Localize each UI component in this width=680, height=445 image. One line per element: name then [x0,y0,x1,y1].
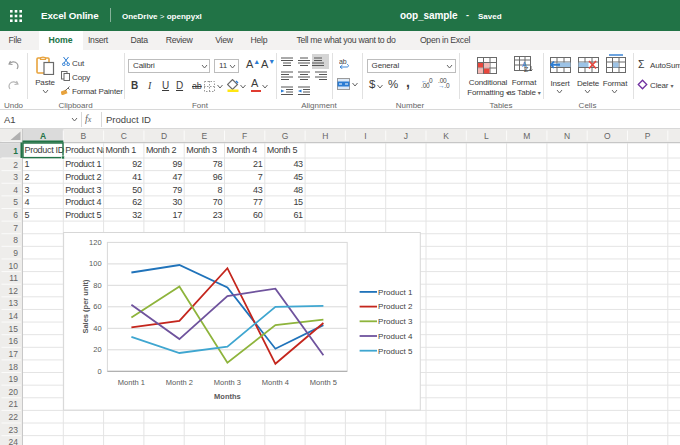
svg-text:5: 5 [25,210,30,220]
svg-text:20: 20 [9,387,19,397]
svg-text:92: 92 [132,159,142,169]
svg-text:22: 22 [9,412,19,422]
svg-text:ab: ab [339,58,347,65]
svg-text:E: E [202,131,208,141]
svg-text:1: 1 [13,146,18,156]
svg-text:Months: Months [214,392,241,401]
svg-text:Product Na: Product Na [65,145,107,155]
svg-text:Month 3: Month 3 [214,378,241,387]
svg-text:Product 3: Product 3 [65,185,101,195]
svg-text:A: A [40,131,46,141]
svg-text:18: 18 [9,362,19,372]
svg-text:20: 20 [93,345,101,354]
svg-text:8: 8 [217,185,222,195]
svg-text:Product ID: Product ID [25,145,65,155]
svg-text:L: L [484,131,489,141]
svg-text:7: 7 [13,223,18,233]
svg-text:99: 99 [172,159,182,169]
svg-text:5: 5 [13,197,18,207]
svg-text:2: 2 [13,160,18,170]
svg-text:Month 5: Month 5 [267,145,298,155]
svg-text:100: 100 [89,259,102,268]
svg-text:7: 7 [258,172,263,182]
svg-text:Product 1: Product 1 [65,159,101,169]
svg-text:K: K [443,131,449,141]
svg-text:77: 77 [253,197,263,207]
svg-text:Month 2: Month 2 [146,145,177,155]
svg-text:Product 5: Product 5 [378,347,413,356]
svg-text:24: 24 [9,437,19,445]
svg-text:1: 1 [25,159,30,169]
svg-text:P: P [645,131,651,141]
svg-text:17: 17 [172,210,182,220]
svg-text:Product 1: Product 1 [378,288,413,297]
svg-text:80: 80 [93,281,101,290]
svg-text:21: 21 [9,399,19,409]
svg-text:15: 15 [9,324,19,334]
svg-text:4: 4 [13,185,18,195]
svg-text:Sales (per unit): Sales (per unit) [81,279,90,334]
svg-text:2: 2 [25,172,30,182]
svg-text:Month 1: Month 1 [106,145,137,155]
svg-text:4: 4 [25,197,30,207]
svg-text:43: 43 [253,185,263,195]
svg-text:8: 8 [13,235,18,245]
svg-text:23: 23 [9,425,19,435]
svg-text:50: 50 [132,185,142,195]
svg-text:Month 4: Month 4 [227,145,258,155]
svg-text:G: G [282,131,289,141]
svg-text:Product 4: Product 4 [65,197,101,207]
svg-text:11: 11 [9,273,18,283]
svg-text:17: 17 [9,349,19,359]
svg-text:30: 30 [172,197,182,207]
svg-text:96: 96 [213,172,223,182]
svg-text:43: 43 [293,159,303,169]
svg-text:O: O [604,131,611,141]
svg-text:C: C [121,131,127,141]
svg-text:40: 40 [93,324,101,333]
svg-text:I: I [364,131,366,141]
svg-text:B: B [81,131,87,141]
svg-text:M: M [523,131,530,141]
svg-text:23: 23 [213,210,223,220]
svg-text:3: 3 [13,172,18,182]
svg-text:70: 70 [213,197,223,207]
svg-text:47: 47 [172,172,182,182]
svg-text:19: 19 [9,374,19,384]
svg-text:41: 41 [132,172,142,182]
svg-text:16: 16 [9,336,19,346]
svg-text:Month 2: Month 2 [166,378,193,387]
svg-text:32: 32 [132,210,142,220]
svg-text:Product 2: Product 2 [65,172,101,182]
svg-text:9: 9 [13,248,18,258]
svg-text:Product 4: Product 4 [378,332,413,341]
svg-text:J: J [404,131,408,141]
svg-text:Product 5: Product 5 [65,210,101,220]
svg-text:Month 5: Month 5 [310,378,337,387]
svg-text:14: 14 [9,311,19,321]
svg-text:45: 45 [293,172,303,182]
svg-text:6: 6 [13,210,18,220]
svg-text:62: 62 [132,197,142,207]
svg-text:60: 60 [93,302,101,311]
svg-text:Product 2: Product 2 [378,302,413,311]
svg-text:Product 3: Product 3 [378,317,413,326]
svg-text:Month 3: Month 3 [186,145,217,155]
svg-text:61: 61 [293,210,303,220]
svg-text:79: 79 [172,185,182,195]
svg-text:Month 4: Month 4 [262,378,289,387]
svg-text:F: F [242,131,247,141]
svg-text:12: 12 [9,286,19,296]
svg-text:H: H [322,131,328,141]
svg-text:13: 13 [9,298,19,308]
svg-text:21: 21 [253,159,263,169]
svg-text:78: 78 [213,159,223,169]
svg-text:10: 10 [9,261,19,271]
svg-text:N: N [564,131,570,141]
svg-text:120: 120 [89,238,102,247]
svg-text:48: 48 [293,185,303,195]
svg-text:D: D [161,131,167,141]
svg-text:60: 60 [253,210,263,220]
svg-text:0: 0 [97,367,101,376]
svg-text:Month 1: Month 1 [118,378,145,387]
